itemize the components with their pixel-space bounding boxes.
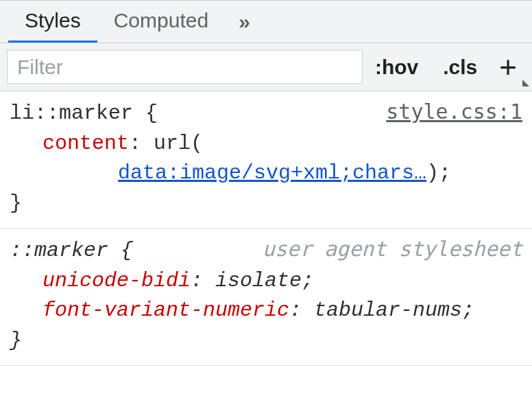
- declaration[interactable]: content: url( data:image/svg+xml;chars…)…: [10, 129, 522, 189]
- close-brace: }: [10, 189, 522, 219]
- selector[interactable]: ::marker: [10, 239, 108, 262]
- rules-list: li::marker { style.css:1 content: url( d…: [0, 91, 532, 394]
- toggle-hover-button[interactable]: :hov: [363, 43, 431, 91]
- url-value-link[interactable]: data:image/svg+xml;chars…: [118, 161, 426, 185]
- selector[interactable]: li::marker: [10, 102, 133, 125]
- user-agent-label: user agent stylesheet: [263, 234, 522, 264]
- style-rule-user-agent: ::marker { user agent stylesheet unicode…: [0, 229, 532, 366]
- tab-styles[interactable]: Styles: [8, 1, 97, 43]
- tab-overflow-button[interactable]: »: [225, 1, 265, 43]
- declaration[interactable]: font-variant-numeric: tabular-nums;: [10, 296, 522, 326]
- filter-input[interactable]: [7, 50, 363, 84]
- property-name: content: [43, 132, 129, 155]
- source-link[interactable]: style.css:1: [386, 97, 522, 127]
- styles-panel: Styles Computed » :hov .cls + li::marker…: [0, 0, 532, 394]
- property-name: font-variant-numeric: [43, 299, 289, 322]
- close-brace: }: [10, 326, 522, 356]
- tab-computed[interactable]: Computed: [97, 1, 225, 43]
- open-brace: {: [145, 102, 158, 125]
- tabs-bar: Styles Computed »: [0, 1, 532, 43]
- property-name: unicode-bidi: [43, 269, 191, 292]
- property-value-suffix: );: [426, 161, 451, 185]
- property-value: isolate;: [215, 269, 314, 292]
- style-rule: li::marker { style.css:1 content: url( d…: [0, 91, 532, 229]
- new-style-rule-button[interactable]: +: [489, 43, 532, 91]
- property-value: tabular-nums;: [314, 299, 474, 322]
- declaration[interactable]: unicode-bidi: isolate;: [10, 266, 522, 297]
- styles-toolbar: :hov .cls +: [0, 43, 532, 91]
- toggle-classes-button[interactable]: .cls: [431, 43, 489, 91]
- property-value-prefix: url(: [154, 132, 203, 155]
- open-brace: {: [121, 239, 133, 262]
